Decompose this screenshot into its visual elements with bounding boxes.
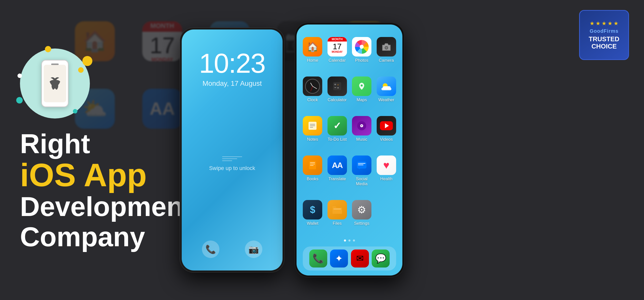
app-label-wallet: Wallet bbox=[307, 221, 318, 226]
phones-section: 10:23 Monday, 17 August Swipe up to unlo… bbox=[180, 23, 404, 277]
app-item-notes[interactable]: Notes bbox=[303, 116, 322, 151]
app-item-settings[interactable]: ⚙ Settings bbox=[352, 200, 372, 234]
dock-mail-icon: ✉ bbox=[351, 249, 369, 267]
lock-phone-icon[interactable]: 📞 bbox=[202, 240, 220, 258]
headline: Right iOS App Development Company bbox=[20, 128, 192, 252]
swipe-line-2 bbox=[222, 159, 237, 159]
app-label-files: Files bbox=[333, 221, 342, 226]
app-item-todo[interactable]: ✓ To-Do List bbox=[328, 116, 347, 151]
app-icon-todo: ✓ bbox=[328, 116, 347, 135]
app-icon-calculator: ÷ + − × bbox=[328, 76, 347, 96]
svg-rect-19 bbox=[310, 162, 315, 163]
app-label-photos: Photos bbox=[355, 58, 368, 63]
headline-dev: Development bbox=[20, 191, 192, 222]
app-item-music[interactable]: Music bbox=[352, 116, 372, 151]
app-label-calendar: Calendar bbox=[328, 58, 346, 63]
dock-phone[interactable]: 📞 bbox=[309, 249, 327, 267]
phone-lockscreen: 10:23 Monday, 17 August Swipe up to unlo… bbox=[180, 28, 284, 272]
lock-camera-icon[interactable]: 📷 bbox=[245, 240, 262, 258]
app-icon-weather bbox=[377, 76, 396, 96]
app-icon-music bbox=[352, 116, 372, 135]
dock-compass[interactable]: ✦ bbox=[330, 249, 348, 267]
app-placeholder bbox=[377, 200, 396, 234]
badge-trusted-text: TRUSTED CHOICE bbox=[589, 36, 620, 50]
swipe-line-3 bbox=[222, 161, 232, 161]
app-item-books[interactable]: Books bbox=[303, 156, 322, 195]
dot-yellow-large bbox=[82, 56, 92, 66]
app-label-translate: Translate bbox=[328, 177, 346, 182]
app-icon-notes bbox=[303, 116, 322, 135]
app-label-clock: Clock bbox=[307, 97, 318, 102]
app-label-camera: Camera bbox=[379, 58, 394, 63]
app-icon-health: ♥ bbox=[377, 156, 396, 175]
badge-brand: GoodFirms bbox=[590, 28, 618, 34]
swipe-text: Swipe up to unlock bbox=[209, 165, 255, 172]
app-icon-videos bbox=[377, 116, 396, 135]
dock-compass-icon: ✦ bbox=[330, 249, 348, 267]
app-item-clock[interactable]: Clock bbox=[303, 76, 322, 111]
app-item-weather[interactable]: Weather bbox=[377, 76, 396, 111]
svg-rect-20 bbox=[310, 164, 315, 164]
app-item-videos[interactable]: Videos bbox=[377, 116, 396, 151]
app-icon-maps bbox=[352, 76, 372, 96]
dot-3 bbox=[353, 239, 355, 241]
app-label-videos: Videos bbox=[380, 137, 393, 142]
app-icon-photos bbox=[352, 37, 372, 57]
app-icon-settings: ⚙ bbox=[352, 200, 372, 220]
badge-stars: ★★★★★ bbox=[590, 20, 618, 27]
app-item-wallet[interactable]: $ Wallet bbox=[303, 200, 322, 234]
home-dock: 📞 ✦ ✉ 💬 bbox=[303, 246, 396, 270]
goodfirms-badge[interactable]: ★★★★★ GoodFirms TRUSTED CHOICE bbox=[579, 10, 629, 60]
dock-messages[interactable]: 💬 bbox=[372, 249, 390, 267]
app-icon-wallet: $ bbox=[303, 200, 322, 220]
app-item-maps[interactable]: Maps bbox=[352, 76, 372, 111]
svg-point-7 bbox=[361, 84, 363, 86]
app-label-weather: Weather bbox=[378, 97, 394, 102]
app-label-books: Books bbox=[307, 177, 318, 182]
app-item-files[interactable]: Files bbox=[328, 200, 347, 234]
lock-date: Monday, 17 August bbox=[199, 79, 265, 87]
svg-point-17 bbox=[361, 125, 362, 126]
app-label-calculator: Calculator bbox=[328, 97, 347, 102]
logo-phone-screen bbox=[44, 65, 66, 102]
svg-rect-25 bbox=[334, 209, 341, 209]
lock-swipe[interactable]: Swipe up to unlock bbox=[209, 157, 255, 172]
app-item-camera[interactable]: Camera bbox=[377, 37, 396, 72]
logo-circle bbox=[20, 49, 90, 118]
app-label-music: Music bbox=[356, 137, 367, 142]
app-label-todo: To-Do List bbox=[328, 137, 347, 142]
app-label-settings: Settings bbox=[354, 221, 370, 226]
app-item-calculator[interactable]: ÷ + − × Calculator bbox=[328, 76, 347, 111]
headline-company: Company bbox=[20, 222, 192, 252]
dock-mail[interactable]: ✉ bbox=[351, 249, 369, 267]
app-label-notes: Notes bbox=[307, 137, 318, 142]
left-section: Right iOS App Development Company bbox=[0, 34, 160, 267]
logo-phone bbox=[41, 60, 69, 107]
svg-text:−: − bbox=[334, 85, 336, 89]
app-item-home[interactable]: 🏠 Home bbox=[303, 37, 322, 72]
app-item-health[interactable]: ♥ Health bbox=[377, 156, 396, 195]
app-label-social: Social Media bbox=[352, 177, 372, 187]
swipe-lines bbox=[222, 157, 242, 161]
app-icon-clock bbox=[303, 76, 322, 96]
headline-right: Right bbox=[20, 128, 192, 159]
badge-outer: ★★★★★ GoodFirms TRUSTED CHOICE bbox=[579, 10, 629, 60]
dot-2 bbox=[348, 239, 350, 241]
phone-homescreen: 🏠 Home MONTH 17 MONDAY Calendar bbox=[294, 23, 404, 277]
dot-1 bbox=[344, 239, 346, 241]
app-item-social[interactable]: Social Media bbox=[352, 156, 372, 195]
svg-rect-24 bbox=[358, 165, 364, 165]
main-content: Right iOS App Development Company 10:23 … bbox=[0, 0, 644, 300]
svg-text:×: × bbox=[337, 86, 339, 89]
homescreen-inner: 🏠 Home MONTH 17 MONDAY Calendar bbox=[296, 25, 402, 275]
lock-time: 10:23 Monday, 17 August bbox=[199, 50, 265, 87]
app-grid: 🏠 Home MONTH 17 MONDAY Calendar bbox=[303, 37, 396, 234]
app-item-photos[interactable]: Photos bbox=[352, 37, 372, 72]
dot-yellow-small bbox=[78, 67, 84, 73]
app-label-health: Health bbox=[380, 177, 392, 182]
svg-text:+: + bbox=[337, 83, 339, 86]
headline-ios: iOS App bbox=[20, 159, 192, 191]
app-item-calendar[interactable]: MONTH 17 MONDAY Calendar bbox=[328, 37, 347, 72]
app-icon-translate: AA bbox=[328, 156, 347, 175]
app-item-translate[interactable]: AA Translate bbox=[328, 156, 347, 195]
